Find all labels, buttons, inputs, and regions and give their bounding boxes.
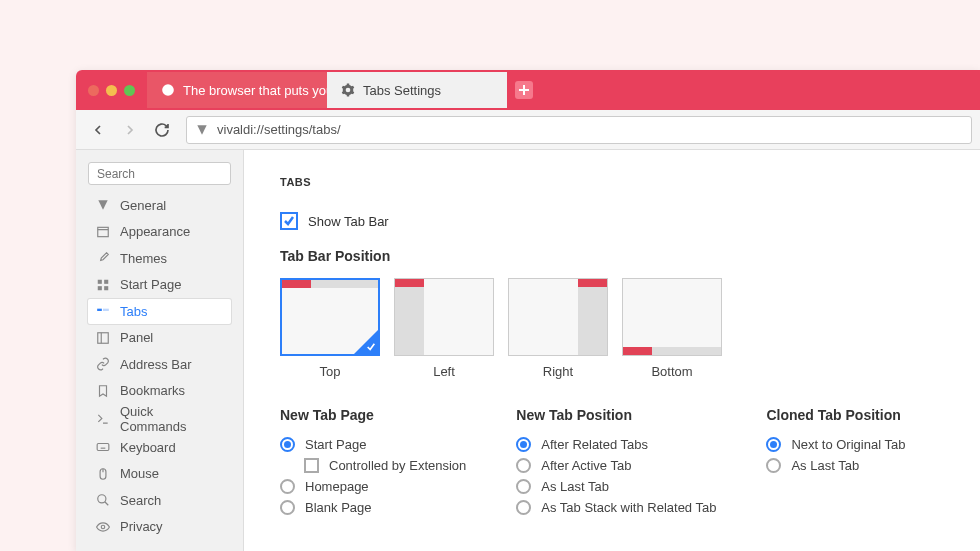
- position-right-preview: [508, 278, 608, 356]
- close-window-button[interactable]: [88, 85, 99, 96]
- new-tab-pos-as-stack[interactable]: As Tab Stack with Related Tab: [516, 500, 716, 515]
- toolbar: [76, 110, 980, 150]
- search-icon: [96, 493, 110, 507]
- radio[interactable]: [516, 479, 531, 494]
- position-label: Bottom: [622, 364, 722, 379]
- position-label: Left: [394, 364, 494, 379]
- eye-icon: [96, 520, 110, 534]
- radio[interactable]: [516, 500, 531, 515]
- position-label: Right: [508, 364, 608, 379]
- cloned-tab-next-to-original[interactable]: Next to Original Tab: [766, 437, 905, 452]
- new-tab-page-blank-page[interactable]: Blank Page: [280, 500, 466, 515]
- panel-icon: [96, 331, 110, 345]
- show-tab-bar-row[interactable]: Show Tab Bar: [280, 212, 944, 230]
- sidebar-item-mouse[interactable]: Mouse: [88, 462, 231, 487]
- link-icon: [96, 357, 110, 371]
- sidebar-item-panel[interactable]: Panel: [88, 326, 231, 351]
- sidebar-item-general[interactable]: General: [88, 193, 231, 218]
- svg-rect-6: [97, 309, 102, 311]
- new-tab-pos-after-related[interactable]: After Related Tabs: [516, 437, 716, 452]
- sidebar-item-privacy[interactable]: Privacy: [88, 515, 231, 540]
- v-icon: [96, 198, 110, 212]
- address-bar[interactable]: [186, 116, 972, 144]
- new-tab-page-title: New Tab Page: [280, 407, 466, 423]
- position-right[interactable]: Right: [508, 278, 608, 379]
- back-button[interactable]: [84, 116, 112, 144]
- position-left[interactable]: Left: [394, 278, 494, 379]
- titlebar: The browser that puts you i Tabs Setting…: [76, 70, 980, 110]
- sidebar-item-quick-commands[interactable]: Quick Commands: [88, 405, 231, 433]
- svg-rect-5: [104, 286, 108, 290]
- browser-tabs: The browser that puts you i Tabs Setting…: [147, 70, 533, 110]
- section-title: TABS: [280, 176, 944, 188]
- new-tab-page-homepage[interactable]: Homepage: [280, 479, 466, 494]
- url-input[interactable]: [217, 122, 963, 137]
- tab-position-options: Top Left Right: [280, 278, 944, 379]
- reload-button[interactable]: [148, 116, 176, 144]
- svg-point-12: [101, 525, 105, 529]
- sidebar-item-start-page[interactable]: Start Page: [88, 273, 231, 298]
- position-label: Top: [280, 364, 380, 379]
- brush-icon: [96, 251, 110, 265]
- position-top[interactable]: Top: [280, 278, 380, 379]
- controlled-by-extension[interactable]: Controlled by Extension: [304, 458, 466, 473]
- check-icon: [366, 342, 376, 352]
- sidebar-item-search[interactable]: Search: [88, 488, 231, 513]
- show-tab-bar-checkbox[interactable]: [280, 212, 298, 230]
- vivaldi-icon: [195, 123, 209, 137]
- sidebar-item-appearance[interactable]: Appearance: [88, 220, 231, 245]
- svg-rect-4: [98, 286, 102, 290]
- settings-sidebar: General Appearance Themes Start Page Tab…: [76, 150, 244, 551]
- tabs-icon: [96, 304, 110, 318]
- radio[interactable]: [280, 500, 295, 515]
- svg-rect-3: [104, 280, 108, 284]
- radio[interactable]: [516, 437, 531, 452]
- sidebar-item-bookmarks[interactable]: Bookmarks: [88, 379, 231, 404]
- svg-rect-7: [103, 309, 109, 311]
- position-top-preview: [280, 278, 380, 356]
- sidebar-item-themes[interactable]: Themes: [88, 246, 231, 271]
- settings-content: TABS Show Tab Bar Tab Bar Position Top: [244, 150, 980, 551]
- svg-rect-1: [98, 227, 109, 236]
- tab-label: The browser that puts you i: [183, 83, 327, 98]
- svg-point-11: [98, 495, 106, 503]
- sidebar-item-address-bar[interactable]: Address Bar: [88, 352, 231, 377]
- browser-tab-inactive[interactable]: The browser that puts you i: [147, 72, 327, 108]
- position-bottom[interactable]: Bottom: [622, 278, 722, 379]
- maximize-window-button[interactable]: [124, 85, 135, 96]
- new-tab-pos-after-active[interactable]: After Active Tab: [516, 458, 716, 473]
- prompt-icon: [96, 412, 110, 426]
- new-tab-page-column: New Tab Page Start Page Controlled by Ex…: [280, 407, 466, 515]
- svg-rect-2: [98, 280, 102, 284]
- svg-rect-9: [97, 444, 109, 451]
- new-tab-pos-as-last[interactable]: As Last Tab: [516, 479, 716, 494]
- show-tab-bar-label: Show Tab Bar: [308, 214, 389, 229]
- browser-tab-active[interactable]: Tabs Settings: [327, 72, 507, 108]
- gear-icon: [341, 83, 355, 97]
- radio[interactable]: [280, 437, 295, 452]
- radio[interactable]: [280, 479, 295, 494]
- mouse-icon: [96, 467, 110, 481]
- new-tab-button[interactable]: [515, 81, 533, 99]
- minimize-window-button[interactable]: [106, 85, 117, 96]
- bookmark-icon: [96, 384, 110, 398]
- body-area: General Appearance Themes Start Page Tab…: [76, 150, 980, 551]
- check-icon: [283, 215, 295, 227]
- new-tab-page-start-page[interactable]: Start Page: [280, 437, 466, 452]
- cloned-tab-as-last[interactable]: As Last Tab: [766, 458, 905, 473]
- tab-bar-position-title: Tab Bar Position: [280, 248, 944, 264]
- forward-button[interactable]: [116, 116, 144, 144]
- radio[interactable]: [516, 458, 531, 473]
- sidebar-item-tabs[interactable]: Tabs: [88, 299, 231, 324]
- sidebar-item-keyboard[interactable]: Keyboard: [88, 435, 231, 460]
- search-input[interactable]: [88, 162, 231, 185]
- radio[interactable]: [766, 458, 781, 473]
- checkbox[interactable]: [304, 458, 319, 473]
- cloned-tab-position-title: Cloned Tab Position: [766, 407, 905, 423]
- svg-point-0: [162, 84, 174, 96]
- keyboard-icon: [96, 440, 110, 454]
- radio[interactable]: [766, 437, 781, 452]
- window-icon: [96, 225, 110, 239]
- new-tab-position-title: New Tab Position: [516, 407, 716, 423]
- vivaldi-icon: [161, 83, 175, 97]
